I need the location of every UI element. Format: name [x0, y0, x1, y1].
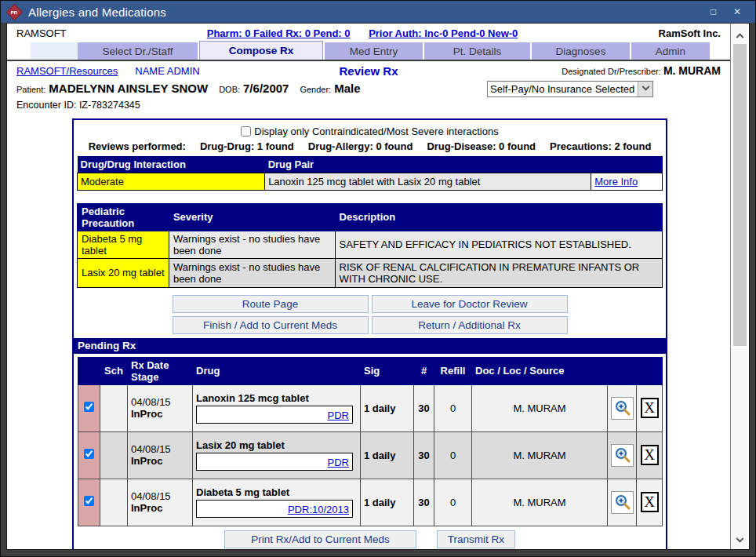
reviews-performed-label: Reviews performed:	[89, 140, 186, 152]
rx-refill-cell: 0	[434, 431, 472, 479]
rx-delete-button[interactable]: X	[641, 398, 659, 418]
route-page-button[interactable]: Route Page	[173, 295, 369, 313]
more-info-link[interactable]: More Info	[594, 176, 638, 187]
rx-refill-cell: 0	[434, 384, 472, 431]
rx-date-stage-cell: 04/08/15InProc	[128, 384, 193, 431]
magnifier-icon	[614, 446, 631, 464]
rx-sig-cell: 1 daily	[361, 431, 414, 479]
maximize-button[interactable]: □	[703, 4, 724, 20]
rx-detail-magnifier-button[interactable]	[611, 397, 634, 420]
rx-qty-cell: 30	[414, 479, 434, 526]
titlebar: PR Allergies and Medications □ ✕	[1, 1, 755, 23]
drug-note-input[interactable]: PDR	[196, 406, 353, 424]
col-delete	[637, 357, 663, 384]
scroll-up-button[interactable]	[731, 28, 749, 42]
rx-drug-cell: Diabeta 5 mg tablet PDR:10/2013	[193, 479, 361, 526]
pdr-link[interactable]: PDR:10/2013	[288, 504, 349, 515]
rx-sig-cell: 1 daily	[361, 479, 414, 526]
pending-rx-row: 04/08/15InProc Lasix 20 mg tablet PDR 1 …	[78, 431, 663, 479]
window-title: Allergies and Medications	[28, 5, 703, 19]
col-severity: Severity	[169, 203, 335, 231]
scrollbar-thumb[interactable]	[733, 44, 747, 346]
col-rx-date-stage: Rx DateStage	[128, 357, 193, 384]
tab-pt-details[interactable]: Pt. Details	[424, 42, 530, 60]
rx-qty-cell: 30	[414, 384, 434, 431]
drug-name: Lasix 20 mg tablet	[196, 439, 357, 451]
col-pediatric-precaution: Pediatric Precaution	[78, 203, 169, 231]
pending-rx-header: Pending Rx	[74, 338, 666, 354]
brand-label: RAMSOFT	[16, 27, 67, 39]
rx-select-checkbox[interactable]	[84, 496, 94, 506]
drug-disease-count: Drug-Disease: 0 found	[427, 140, 536, 152]
rx-qty-cell: 30	[414, 431, 434, 479]
close-button[interactable]: ✕	[727, 4, 747, 20]
print-rx-button[interactable]: Print Rx/Add to Current Meds	[224, 530, 416, 548]
drug-name: Diabeta 5 mg tablet	[196, 486, 357, 498]
display-only-severe-checkbox[interactable]	[241, 126, 251, 137]
magnifier-icon	[614, 399, 631, 417]
drug-interaction-table: Drug/Drug Interaction Drug Pair Moderate…	[77, 156, 663, 191]
transmit-rx-button[interactable]: Transmit Rx	[437, 530, 515, 548]
pdr-link[interactable]: PDR	[328, 410, 349, 421]
app-icon: PR	[6, 3, 23, 20]
pharm-status-link[interactable]: Pharm: 0 Failed Rx: 0 Pend: 0	[207, 27, 351, 39]
review-actions: Route Page Leave for Doctor Review Finis…	[74, 295, 666, 334]
vertical-scrollbar[interactable]	[730, 24, 749, 549]
drug-note-input[interactable]: PDR	[196, 453, 353, 471]
pdr-link[interactable]: PDR	[328, 457, 349, 468]
rx-drug-cell: Lasix 20 mg tablet PDR	[193, 431, 361, 479]
rx-detail-magnifier-button[interactable]	[611, 444, 634, 467]
rx-delete-button[interactable]: X	[641, 445, 659, 465]
tab-spacer	[31, 42, 78, 60]
rx-doc-cell: M. MURAM	[472, 431, 608, 479]
tab-admin[interactable]: Admin	[631, 42, 710, 60]
insurance-selected-value: Self-Pay/No Insurance Selected	[488, 83, 638, 95]
main-area: RAMSOFT Pharm: 0 Failed Rx: 0 Pend: 0 Pr…	[7, 24, 730, 549]
rx-refill-cell: 0	[434, 479, 472, 526]
rx-sch-cell	[100, 431, 128, 479]
rx-select-checkbox[interactable]	[84, 402, 94, 412]
insurance-dropdown-button[interactable]	[638, 82, 652, 96]
rx-detail-magnifier-button[interactable]	[611, 491, 634, 514]
company-label: RamSoft Inc.	[659, 27, 721, 39]
prior-auth-link[interactable]: Prior Auth: Inc-0 Pend-0 New-0	[369, 27, 518, 39]
rx-sch-cell	[100, 384, 128, 431]
patient-label: Patient:	[16, 85, 45, 94]
patient-header: RAMSOFT/Resources NAME ADMIN Review Rx D…	[7, 61, 730, 118]
drug-note-input[interactable]: PDR:10/2013	[196, 500, 353, 518]
precautions-count: Precautions: 2 found	[550, 140, 651, 152]
insurance-select[interactable]: Self-Pay/No Insurance Selected	[487, 81, 653, 97]
precaution-drug: Lasix 20 mg tablet	[78, 258, 169, 287]
return-additional-rx-button[interactable]: Return / Additional Rx	[372, 316, 568, 334]
col-sch: Sch	[100, 357, 128, 384]
encounter-id: Encounter ID: IZ-783274345	[16, 100, 721, 111]
col-sig: Sig	[361, 357, 414, 384]
col-magnify	[608, 357, 637, 384]
drug-drug-count: Drug-Drug: 1 found	[200, 140, 294, 152]
window-content: RAMSOFT Pharm: 0 Failed Rx: 0 Pend: 0 Pr…	[6, 23, 750, 550]
designated-prescriber-value: M. MURAM	[663, 64, 721, 77]
dob-value: 7/6/2007	[243, 82, 289, 95]
precaution-description: SAFETY AND EFFICACY IN PEDIATRICS NOT ES…	[335, 231, 662, 258]
dob-label: DOB:	[219, 85, 240, 94]
precaution-severity: Warnings exist - no studies have been do…	[169, 258, 335, 287]
tab-select-dr-staff[interactable]: Select Dr./Staff	[78, 42, 198, 60]
chevron-up-icon	[736, 33, 744, 41]
finish-add-current-meds-button[interactable]: Finish / Add to Current Meds	[173, 316, 369, 334]
patient-name: MADELYNN AINSLEY SNOW	[49, 82, 208, 95]
tab-compose-rx[interactable]: Compose Rx	[199, 41, 323, 60]
rx-select-checkbox[interactable]	[84, 449, 94, 459]
review-panel: Display only Contraindicated/Most Severe…	[72, 118, 667, 549]
precaution-row: Diabeta 5 mg tablet Warnings exist - no …	[78, 231, 663, 258]
col-drug: Drug	[193, 357, 361, 384]
drug-allergy-count: Drug-Allergy: 0 found	[308, 140, 413, 152]
tab-bar: Select Dr./Staff Compose Rx Med Entry Pt…	[7, 41, 730, 60]
leave-for-doctor-review-button[interactable]: Leave for Doctor Review	[372, 295, 568, 313]
tab-diagnoses[interactable]: Diagnoses	[532, 42, 630, 60]
rx-sch-cell	[100, 479, 128, 526]
tab-med-entry[interactable]: Med Entry	[325, 42, 423, 60]
resources-link[interactable]: RAMSOFT/Resources	[16, 65, 118, 77]
scroll-down-button[interactable]	[731, 534, 749, 548]
allergies-medications-window: PR Allergies and Medications □ ✕ RAMSOFT…	[0, 0, 756, 557]
rx-delete-button[interactable]: X	[641, 492, 659, 512]
